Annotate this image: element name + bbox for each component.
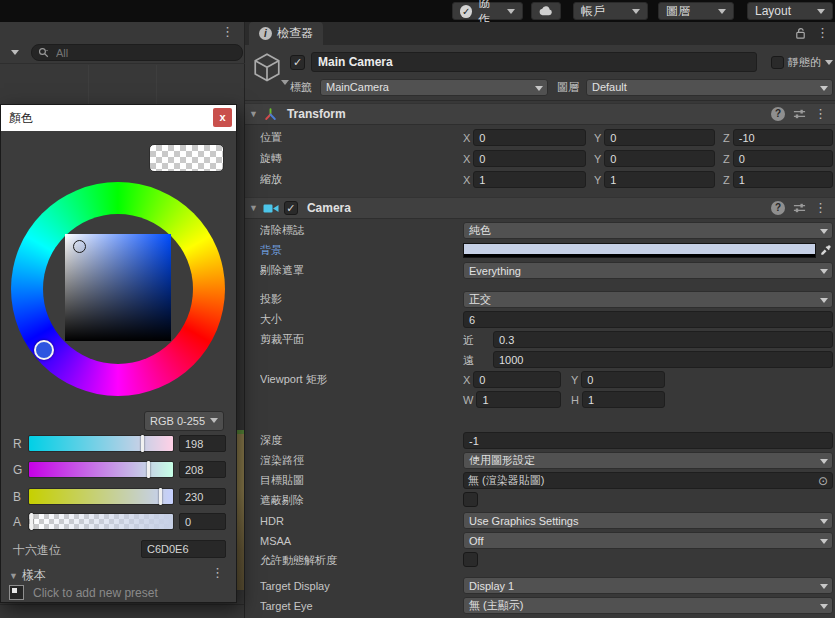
background-row: 背景	[245, 242, 833, 259]
close-icon[interactable]: x	[213, 108, 232, 127]
viewport-y-field[interactable]: 0	[581, 371, 665, 388]
hex-field[interactable]	[141, 540, 226, 558]
axis-y-label: Y	[594, 132, 601, 144]
slider-thumb[interactable]	[147, 461, 150, 478]
clear-flags-dropdown[interactable]: 純色	[463, 222, 833, 239]
blue-value-field[interactable]: 230	[179, 488, 226, 505]
rendering-path-dropdown[interactable]: 使用圖形設定	[463, 452, 833, 469]
account-button[interactable]: 帳戶	[573, 2, 648, 20]
axis-w-label: W	[463, 394, 473, 406]
slider-thumb[interactable]	[159, 488, 162, 505]
lock-icon[interactable]	[794, 26, 807, 40]
hue-wheel-handle[interactable]	[34, 340, 54, 360]
position-y-field[interactable]: 0	[604, 129, 715, 146]
presets-icon[interactable]	[793, 108, 806, 120]
layers-button[interactable]: 圖層	[658, 2, 734, 20]
help-icon[interactable]: ?	[771, 201, 785, 215]
foldout-icon[interactable]: ▼	[249, 203, 258, 213]
color-window-titlebar[interactable]: 顏色 x	[1, 105, 236, 131]
background-color-field[interactable]	[463, 243, 816, 258]
static-label: 靜態的	[788, 55, 821, 70]
depth-row: 深度 -1	[245, 432, 833, 449]
camera-header[interactable]: ▼ ✓ Camera ? ⋮	[245, 197, 835, 219]
near-field[interactable]: 0.3	[493, 331, 833, 348]
panel-menu-icon[interactable]: ⋮	[221, 26, 234, 38]
add-preset-hint: Click to add new preset	[33, 586, 158, 600]
scale-y-field[interactable]: 1	[604, 171, 715, 188]
projection-dropdown[interactable]: 正交	[463, 291, 833, 308]
color-mode-dropdown[interactable]: RGB 0-255	[144, 411, 224, 431]
scale-x-field[interactable]: 1	[473, 171, 586, 188]
target-eye-dropdown[interactable]: 無 (主顯示)	[463, 597, 833, 614]
occlusion-checkbox[interactable]	[463, 492, 478, 507]
chevron-down-icon	[507, 9, 515, 18]
axis-z-label: Z	[723, 153, 730, 165]
search-input[interactable]	[54, 46, 214, 60]
swatches-foldout[interactable]: ▼ 樣本	[9, 567, 46, 584]
hex-input[interactable]	[142, 541, 225, 557]
green-slider[interactable]	[28, 461, 174, 478]
component-menu-icon[interactable]: ⋮	[814, 108, 827, 120]
component-menu-icon[interactable]: ⋮	[814, 202, 827, 214]
layout-button[interactable]: Layout	[747, 2, 833, 20]
axis-x-label: X	[463, 374, 470, 386]
saturation-value-box[interactable]	[65, 234, 171, 341]
msaa-dropdown[interactable]: Off	[463, 532, 833, 549]
search-field[interactable]	[31, 44, 243, 61]
red-value-field[interactable]: 198	[179, 435, 226, 452]
hex-label: 十六進位	[13, 542, 61, 559]
viewport-w-field[interactable]: 1	[476, 391, 561, 408]
cloud-button[interactable]	[531, 2, 561, 20]
help-icon[interactable]: ?	[771, 107, 785, 121]
alpha-value-field[interactable]: 0	[179, 513, 226, 530]
foldout-icon[interactable]: ▼	[249, 109, 258, 119]
add-preset-icon[interactable]	[9, 585, 24, 600]
inspector-menu-icon[interactable]: ⋮	[816, 27, 829, 39]
position-z-field[interactable]: -10	[733, 129, 833, 146]
chevron-down-icon	[718, 9, 726, 18]
presets-icon[interactable]	[793, 202, 806, 214]
far-field[interactable]: 1000	[493, 351, 833, 368]
position-x-field[interactable]: 0	[473, 129, 586, 146]
red-slider[interactable]	[28, 435, 174, 452]
collab-button[interactable]: ✓ 協作	[452, 2, 523, 20]
target-texture-field[interactable]: 無 (渲染器貼圖) ⊙	[463, 472, 833, 489]
scale-z-field[interactable]: 1	[733, 171, 833, 188]
unity-editor: ✓ 協作 帳戶 圖層 Layout ⋮	[0, 0, 835, 618]
rotation-x-field[interactable]: 0	[473, 150, 586, 167]
green-value-field[interactable]: 208	[179, 461, 226, 478]
axis-z-label: Z	[723, 174, 730, 186]
viewport-x-field[interactable]: 0	[473, 371, 561, 388]
active-checkbox[interactable]: ✓	[290, 55, 305, 70]
static-dropdown-icon[interactable]	[825, 60, 833, 69]
clipping-near-row: 剪裁平面 近 0.3	[245, 331, 833, 348]
slider-thumb[interactable]	[141, 435, 144, 452]
transform-header[interactable]: ▼ Transform ? ⋮	[245, 103, 835, 125]
tab-inspector[interactable]: i 檢查器	[249, 22, 323, 45]
swatches-menu-icon[interactable]: ⋮	[211, 567, 224, 579]
gameobject-icon-button[interactable]	[251, 51, 287, 91]
blue-slider[interactable]	[28, 488, 174, 505]
object-picker-icon[interactable]: ⊙	[818, 474, 828, 488]
layer-dropdown[interactable]: Default	[586, 79, 833, 96]
depth-field[interactable]: -1	[463, 432, 833, 449]
target-display-dropdown[interactable]: Display 1	[463, 577, 833, 594]
slider-thumb[interactable]	[30, 513, 33, 530]
search-filter-button[interactable]	[4, 44, 26, 61]
size-field[interactable]: 6	[463, 311, 833, 328]
hdr-dropdown[interactable]: Use Graphics Settings	[463, 512, 833, 529]
alpha-slider[interactable]	[28, 513, 174, 530]
culling-mask-dropdown[interactable]: Everything	[463, 262, 833, 279]
static-checkbox[interactable]	[771, 56, 784, 69]
viewport-h-field[interactable]: 1	[582, 391, 665, 408]
rotation-row: 旋轉 X0 Y0 Z0	[245, 150, 833, 167]
gameobject-name-field[interactable]: Main Camera	[311, 52, 757, 72]
saturation-value-handle[interactable]	[73, 240, 86, 253]
dynamic-resolution-checkbox[interactable]	[463, 552, 478, 567]
add-preset-row[interactable]: Click to add new preset	[9, 585, 158, 600]
rotation-y-field[interactable]: 0	[604, 150, 715, 167]
eyedropper-icon[interactable]	[819, 244, 832, 257]
camera-enabled-checkbox[interactable]: ✓	[284, 201, 298, 215]
rotation-z-field[interactable]: 0	[733, 150, 833, 167]
tag-dropdown[interactable]: MainCamera	[320, 79, 548, 96]
